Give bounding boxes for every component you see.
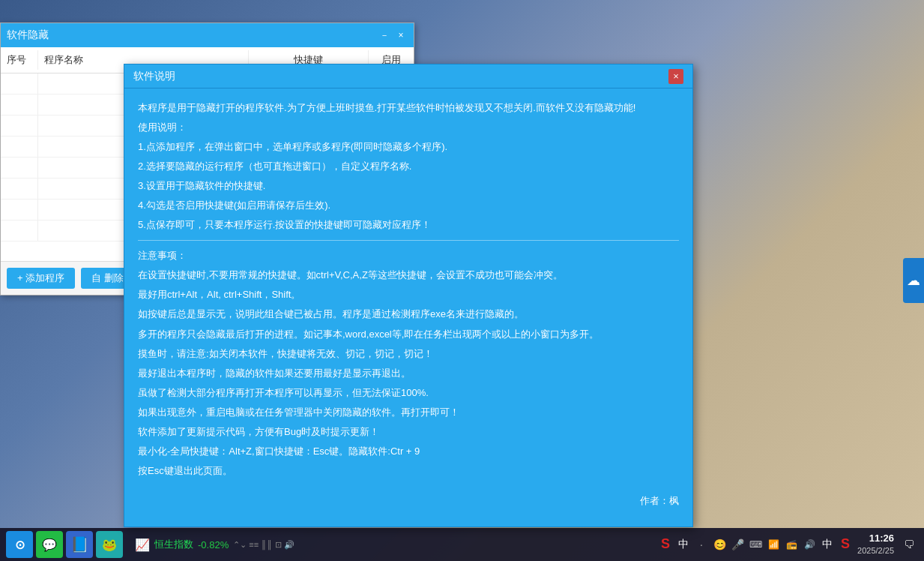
taskbar-icon-1[interactable]: ⊙ — [6, 531, 33, 558]
help-notice-6: 最好退出本程序时，隐藏的软件如果还要用最好是显示再退出。 — [138, 364, 679, 382]
stock-label: 恒生指数 — [154, 538, 193, 551]
help-notice-2: 最好用ctrl+Alt，Alt, ctrl+Shift，Shift。 — [138, 286, 679, 304]
clock-time: 11:26 — [857, 532, 894, 545]
help-divider — [138, 240, 679, 241]
help-step-5: 5.点保存即可，只要本程序运行.按设置的快捷键即可隐藏对应程序！ — [138, 216, 679, 234]
help-author: 作者：枫 — [138, 492, 679, 510]
sys-icon-notification[interactable]: 🗨 — [902, 537, 917, 552]
help-notice-3: 如按键后总是显示无，说明此组合键已被占用。程序是通过检测程序exe名来进行隐藏的… — [138, 305, 679, 323]
right-edge-floating-icon[interactable]: ☁ — [903, 258, 924, 303]
sys-icon-cn2: 中 — [820, 537, 835, 552]
help-dialog-titlebar: 软件说明 × — [124, 64, 692, 88]
help-notice-title: 注意事项： — [138, 247, 679, 265]
help-notice-8: 如果出现意外，重启电脑或在任务管理器中关闭隐藏的软件。再打开即可！ — [138, 404, 679, 422]
help-notice-9: 软件添加了更新提示代码，方便有Bug时及时提示更新！ — [138, 423, 679, 441]
close-button[interactable]: × — [394, 28, 408, 42]
main-window-title: 软件隐藏 — [7, 28, 49, 42]
sys-icon-s-red: S — [658, 537, 673, 552]
taskbar-center: 📈 恒生指数 -0.82% ⌃⌄ ≡≡ ║║ ⊡ 🔊 — [129, 538, 650, 552]
sys-icon-keyboard: ⌨ — [748, 537, 763, 552]
clock-date: 2025/2/25 — [857, 545, 894, 556]
taskbar: ⊙ 💬 📘 🐸 📈 恒生指数 -0.82% ⌃⌄ ≡≡ ║║ ⊡ 🔊 S 中 ·… — [0, 528, 924, 561]
help-notice-7: 虽做了检测大部分程序再打开本程序可以再显示，但无法保证100%. — [138, 384, 679, 402]
help-notice-5: 摸鱼时，请注意:如关闭本软件，快捷键将无效、切记，切记，切记！ — [138, 345, 679, 363]
help-notice-4: 多开的程序只会隐藏最后打开的进程。如记事本,word,excel等,即在任务栏出… — [138, 326, 679, 344]
help-step-4: 4.勾选是否启用快捷键(如启用请保存后生效). — [138, 196, 679, 214]
help-step-1: 1.点添加程序，在弹出窗口中，选单程序或多程序(即同时隐藏多个程序). — [138, 138, 679, 156]
stock-chart-icon: 📈 — [135, 538, 150, 552]
sys-icons: S 中 · 😊 🎤 ⌨ 📶 📻 🔊 中 S — [658, 537, 853, 552]
sys-icon-network: 📶 — [766, 537, 781, 552]
minimize-button[interactable]: － — [378, 28, 391, 42]
help-dialog-content: 本程序是用于隐藏打开的程序软件.为了方便上班时摸鱼.打开某些软件时怕被发现又不想… — [124, 88, 692, 526]
sys-icon-s2: S — [838, 537, 853, 552]
help-notice-11: 按Esc键退出此页面。 — [138, 462, 679, 480]
taskbar-icon-3[interactable]: 📘 — [66, 531, 93, 558]
help-step-2: 2.选择要隐藏的运行程序（也可直拖进窗口），自定义程序名称. — [138, 158, 679, 176]
sys-icon-face: 😊 — [712, 537, 727, 552]
title-buttons: － × — [378, 28, 408, 42]
taskbar-icon-2[interactable]: 💬 — [36, 531, 63, 558]
sys-icon-radio: 📻 — [784, 537, 799, 552]
col-num-header: 序号 — [1, 50, 38, 70]
time-block: 11:26 2025/2/25 — [857, 532, 894, 557]
stock-info: 📈 恒生指数 -0.82% ⌃⌄ ≡≡ ║║ ⊡ 🔊 — [135, 538, 295, 552]
help-notice-10: 最小化-全局快捷键：Alt+Z,窗口快捷键：Esc键。隐藏软件:Ctr + 9 — [138, 442, 679, 460]
help-step-3: 3.设置用于隐藏软件的快捷键. — [138, 177, 679, 195]
stock-arrows: ⌃⌄ ≡≡ ║║ ⊡ 🔊 — [233, 540, 295, 550]
stock-value: -0.82% — [198, 539, 229, 550]
taskbar-right: S 中 · 😊 🎤 ⌨ 📶 📻 🔊 中 S 11:26 2025/2/25 🗨 — [650, 532, 924, 557]
main-window-titlebar: 软件隐藏 － × — [1, 23, 414, 47]
sys-icon-cn: 中 — [676, 537, 691, 552]
help-notice-1: 在设置快捷键时,不要用常规的快捷键。如ctrl+V,C,A,Z等这些快捷键，会设… — [138, 266, 679, 284]
taskbar-icon-4[interactable]: 🐸 — [96, 531, 123, 558]
sys-icon-mic: 🎤 — [730, 537, 745, 552]
help-close-button[interactable]: × — [668, 69, 683, 84]
add-program-button[interactable]: + 添加程序 — [7, 268, 75, 289]
help-usage-title: 使用说明： — [138, 118, 679, 136]
sys-icon-dot: · — [694, 537, 709, 552]
taskbar-left: ⊙ 💬 📘 🐸 — [0, 531, 129, 558]
cloud-icon: ☁ — [907, 272, 920, 289]
help-dialog-title: 软件说明 — [133, 70, 175, 83]
sys-icon-volume: 🔊 — [802, 537, 817, 552]
help-intro: 本程序是用于隐藏打开的程序软件.为了方便上班时摸鱼.打开某些软件时怕被发现又不想… — [138, 99, 679, 117]
help-dialog: 软件说明 × 本程序是用于隐藏打开的程序软件.为了方便上班时摸鱼.打开某些软件时… — [124, 64, 693, 527]
